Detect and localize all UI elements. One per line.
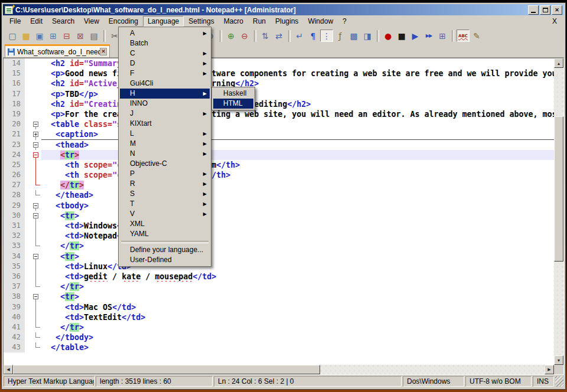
new-file-button[interactable]: ▢ (6, 30, 19, 42)
bookmark-margin[interactable] (25, 89, 32, 99)
language-menu-item-batch[interactable]: Batch (120, 38, 210, 48)
fold-margin[interactable] (32, 190, 41, 200)
fold-margin[interactable]: − (32, 140, 41, 150)
fold-margin[interactable]: − (32, 251, 41, 262)
open-folder-button[interactable]: ▦ (19, 30, 32, 42)
bookmark-margin[interactable] (25, 221, 32, 231)
horizontal-scroll-thumb[interactable] (13, 365, 320, 374)
bookmark-margin[interactable] (25, 58, 32, 68)
fold-margin[interactable] (32, 58, 41, 68)
language-menu-item-gui4cli[interactable]: Gui4Cli (120, 79, 210, 89)
language-menu-item-l[interactable]: L▶ (120, 129, 210, 139)
code-text[interactable]: </tr> (41, 282, 554, 292)
bookmark-margin[interactable] (25, 272, 32, 282)
title-bar[interactable]: C:\Users\user\Desktop\What_software_do_I… (3, 4, 564, 15)
sync-vertical-button[interactable]: ⇅ (259, 30, 272, 42)
bookmark-margin[interactable] (25, 282, 32, 292)
bookmark-margin[interactable] (25, 312, 32, 322)
language-menu-item-p[interactable]: P▶ (120, 169, 210, 179)
language-menu-item-kixtart[interactable]: KIXtart (120, 119, 210, 129)
language-menu-item-c[interactable]: C▶ (120, 48, 210, 58)
fold-margin[interactable] (32, 231, 41, 241)
scroll-right-icon[interactable]: ▶ (545, 365, 554, 374)
fold-margin[interactable] (32, 68, 41, 79)
text-area[interactable]: 14<h2 id="Summary">Summary</h2>15<p>Good… (4, 58, 554, 365)
function-list-button[interactable]: ƒ (334, 30, 347, 42)
fold-margin[interactable]: − (32, 211, 41, 221)
doc-switcher-button[interactable]: ◨ (361, 30, 374, 42)
tab-close-icon[interactable]: ✕ (100, 48, 107, 55)
bookmark-margin[interactable] (25, 201, 32, 211)
zoom-out-button[interactable]: ⊖ (238, 30, 251, 42)
fold-margin[interactable] (32, 282, 41, 292)
language-menu-item-n[interactable]: N▶ (120, 149, 210, 159)
h-submenu-item-haskell[interactable]: Haskell (213, 89, 253, 99)
status-encoding[interactable]: UTF-8 w/o BOM (465, 376, 532, 387)
resize-grip[interactable] (555, 376, 563, 387)
bookmark-margin[interactable] (25, 129, 32, 139)
code-text[interactable]: <tr> (41, 292, 554, 302)
fold-margin[interactable] (32, 272, 41, 282)
zoom-in-button[interactable]: ⊕ (224, 30, 237, 42)
bookmark-margin[interactable] (25, 322, 32, 332)
bookmark-margin[interactable] (25, 231, 32, 241)
fold-margin[interactable] (32, 89, 41, 99)
language-menu-item-t[interactable]: T▶ (120, 199, 210, 209)
code-text[interactable]: </tr> (41, 322, 554, 332)
horizontal-scrollbar[interactable]: ◀ ▶ (4, 365, 554, 374)
menubar-item-language[interactable]: Language (143, 16, 184, 27)
fold-margin[interactable] (32, 332, 41, 342)
document-map-button[interactable]: ▩ (347, 30, 360, 42)
code-text[interactable]: <td>Mac OS</td> (41, 302, 554, 312)
vertical-scroll-thumb[interactable] (554, 116, 563, 262)
macro-record-button[interactable]: ● (382, 30, 395, 42)
h-submenu-item-html[interactable]: HTML (213, 99, 253, 109)
fold-margin[interactable] (32, 302, 41, 312)
menubar-item-encoding[interactable]: Encoding (104, 16, 143, 27)
scroll-up-icon[interactable]: ▲ (554, 58, 563, 68)
scroll-down-icon[interactable]: ▼ (554, 355, 563, 365)
fold-margin[interactable]: − (32, 150, 41, 160)
close-button[interactable]: ✕ (552, 5, 562, 15)
fold-margin[interactable] (32, 262, 41, 272)
language-menu-item-m[interactable]: M▶ (120, 139, 210, 149)
word-wrap-button[interactable]: ↵ (293, 30, 306, 42)
menubar-item--[interactable]: ? (338, 16, 351, 27)
fold-margin[interactable] (32, 160, 41, 170)
document-close-icon[interactable]: X (552, 17, 564, 25)
fold-margin[interactable] (32, 312, 41, 322)
status-eol-format[interactable]: Dos\Windows (403, 376, 464, 387)
fold-margin[interactable]: − (32, 119, 41, 129)
bookmark-margin[interactable] (25, 302, 32, 312)
bookmark-margin[interactable] (25, 190, 32, 200)
menubar-item-search[interactable]: Search (47, 16, 79, 27)
menubar-item-view[interactable]: View (79, 16, 104, 27)
language-menu-item-r[interactable]: R▶ (120, 179, 210, 189)
language-menu-item-inno[interactable]: INNO (120, 99, 210, 109)
fold-margin[interactable] (32, 99, 41, 109)
macro-stop-button[interactable]: ■ (395, 30, 408, 42)
bookmark-margin[interactable] (25, 332, 32, 342)
language-menu-item-yaml[interactable]: YAML (120, 229, 210, 239)
bookmark-margin[interactable] (25, 170, 32, 180)
language-menu-item-h[interactable]: H▶ (120, 89, 210, 99)
language-menu-item-d[interactable]: D▶ (120, 58, 210, 68)
language-menu-item-define-your-language-[interactable]: Define your language... (120, 245, 210, 255)
close-file-button[interactable]: ⊟ (60, 30, 73, 42)
menubar-item-settings[interactable]: Settings (184, 16, 219, 27)
fold-margin[interactable] (32, 170, 41, 180)
language-menu-item-xml[interactable]: XML (120, 219, 210, 229)
save-button[interactable]: ▣ (33, 30, 46, 42)
bookmark-margin[interactable] (25, 342, 32, 352)
macro-run-multi-button[interactable]: ▶▶ (422, 30, 435, 42)
scroll-left-icon[interactable]: ◀ (4, 365, 13, 374)
fold-margin[interactable] (32, 79, 41, 89)
bookmark-margin[interactable] (25, 160, 32, 170)
bookmark-margin[interactable] (25, 262, 32, 272)
bookmark-margin[interactable] (25, 99, 32, 109)
bookmark-margin[interactable] (25, 119, 32, 129)
bookmark-margin[interactable] (25, 140, 32, 150)
language-menu-item-user-defined[interactable]: User-Defined (120, 255, 210, 265)
bookmark-margin[interactable] (25, 292, 32, 302)
menubar-item-window[interactable]: Window (303, 16, 338, 27)
